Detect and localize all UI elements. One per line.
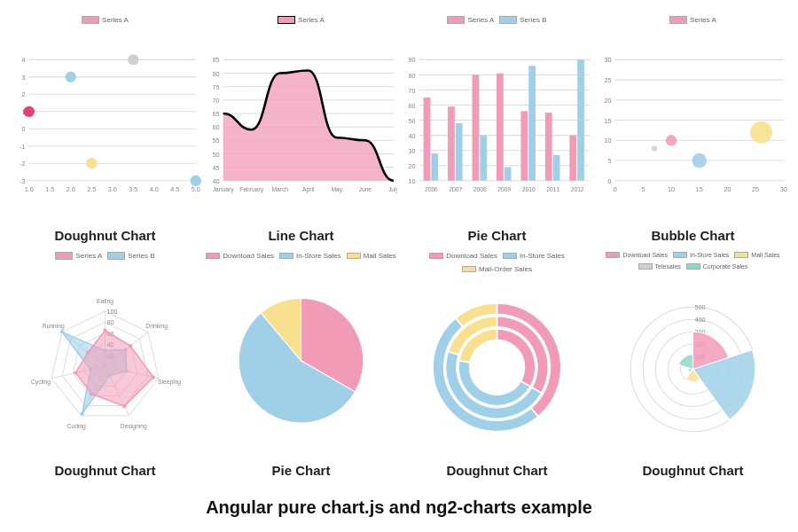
svg-text:60: 60 <box>409 102 416 110</box>
svg-text:1.5: 1.5 <box>45 185 54 193</box>
svg-rect-86 <box>505 167 512 180</box>
svg-text:50: 50 <box>409 117 416 125</box>
svg-point-27 <box>86 158 97 168</box>
doughnut-title: Doughnut Chart <box>446 463 547 478</box>
svg-text:4: 4 <box>22 56 26 64</box>
svg-text:January: January <box>213 186 234 193</box>
bar-title: Pie Chart <box>468 228 527 243</box>
svg-text:2: 2 <box>22 90 26 98</box>
radar-title: Doughnut Chart <box>54 463 155 478</box>
svg-text:June: June <box>359 186 372 192</box>
svg-text:Designing: Designing <box>121 423 147 430</box>
svg-text:10: 10 <box>668 185 675 193</box>
svg-text:50: 50 <box>213 151 220 159</box>
svg-text:Coding: Coding <box>67 423 87 430</box>
svg-text:70: 70 <box>213 97 220 105</box>
polar-title: Doughnut Chart <box>642 463 743 478</box>
svg-text:40: 40 <box>409 132 416 140</box>
radar-legend: Series ASeries B <box>55 252 154 260</box>
svg-rect-92 <box>553 155 560 181</box>
svg-text:40: 40 <box>213 177 220 185</box>
polar-chart: 100200300400500 <box>597 271 789 460</box>
line-cell: Series A 40455055606570758085JanuaryFebr… <box>205 16 397 243</box>
svg-text:55: 55 <box>213 137 220 145</box>
svg-point-120 <box>750 121 772 144</box>
legend-label: Corporate Sales <box>703 263 748 270</box>
pie-chart <box>205 262 397 460</box>
svg-text:25: 25 <box>752 185 759 193</box>
svg-point-154 <box>103 328 106 332</box>
svg-text:30: 30 <box>409 147 416 155</box>
svg-text:-2: -2 <box>20 160 25 168</box>
line-chart: 40455055606570758085JanuaryFebruaryMarch… <box>205 26 397 224</box>
svg-text:100: 100 <box>107 308 118 316</box>
svg-point-117 <box>652 145 657 151</box>
svg-text:20: 20 <box>724 185 731 193</box>
svg-text:March: March <box>271 186 288 192</box>
bar-cell: Series ASeries B 10203040506070809020062… <box>401 16 593 243</box>
legend-label: Series A <box>690 16 716 24</box>
svg-text:3.0: 3.0 <box>108 185 117 193</box>
svg-text:4.5: 4.5 <box>170 185 179 193</box>
svg-text:10: 10 <box>409 177 416 185</box>
pie-cell: Download SalesIn-Store SalesMail Sales P… <box>205 252 397 479</box>
pie-legend: Download SalesIn-Store SalesMail Sales <box>206 252 395 260</box>
svg-text:2007: 2007 <box>449 186 462 192</box>
line-legend: Series A <box>278 16 325 24</box>
svg-text:85: 85 <box>213 56 220 64</box>
legend-label: In-Store Sales <box>520 252 565 260</box>
svg-text:90: 90 <box>409 56 416 64</box>
scatter-title: Doughnut Chart <box>54 228 155 243</box>
svg-point-155 <box>129 344 132 348</box>
svg-text:80: 80 <box>213 70 220 78</box>
svg-rect-94 <box>569 136 576 181</box>
svg-rect-83 <box>480 136 487 181</box>
bubble-cell: Series A 051015202530051015202530 Bubble… <box>597 16 789 243</box>
svg-point-119 <box>692 153 707 168</box>
svg-text:0: 0 <box>22 125 26 133</box>
doughnut-legend: Download SalesIn-Store SalesMail-Order S… <box>401 252 593 273</box>
svg-text:-3: -3 <box>20 177 25 185</box>
svg-rect-80 <box>456 123 463 181</box>
svg-text:15: 15 <box>605 117 612 125</box>
svg-point-28 <box>128 54 138 65</box>
svg-text:3: 3 <box>22 74 26 82</box>
svg-text:2010: 2010 <box>522 186 536 192</box>
svg-rect-88 <box>520 111 528 180</box>
svg-text:1.0: 1.0 <box>25 185 34 193</box>
svg-text:5.0: 5.0 <box>192 185 200 193</box>
svg-text:5: 5 <box>608 157 612 165</box>
svg-text:30: 30 <box>605 56 612 64</box>
svg-rect-85 <box>497 74 504 181</box>
svg-text:65: 65 <box>213 110 220 118</box>
svg-text:75: 75 <box>213 83 220 91</box>
svg-text:Sleeping: Sleeping <box>158 378 181 385</box>
svg-text:10: 10 <box>605 137 612 145</box>
page-caption: Angular pure chart.js and ng2-charts exa… <box>9 487 789 523</box>
legend-label: Telesales <box>655 263 681 270</box>
svg-point-25 <box>24 106 35 117</box>
svg-rect-77 <box>431 153 438 181</box>
svg-text:2008: 2008 <box>473 186 487 192</box>
svg-text:15: 15 <box>696 185 703 193</box>
legend-label: Series A <box>102 16 129 24</box>
svg-text:60: 60 <box>213 123 220 131</box>
svg-rect-82 <box>473 74 480 180</box>
chart-grid: Series A -3-2-1012341.01.52.02.53.03.54.… <box>0 0 798 532</box>
legend-label: Mail Sales <box>751 252 779 258</box>
svg-text:30: 30 <box>780 185 787 193</box>
legend-label: Download Sales <box>446 252 497 260</box>
svg-text:4.0: 4.0 <box>150 185 159 193</box>
svg-text:2.0: 2.0 <box>66 185 75 193</box>
svg-point-150 <box>81 411 84 415</box>
svg-text:-1: -1 <box>20 143 25 151</box>
svg-rect-95 <box>577 59 584 180</box>
svg-point-160 <box>86 350 90 354</box>
svg-text:70: 70 <box>409 87 416 95</box>
svg-text:20: 20 <box>409 162 416 170</box>
svg-point-152 <box>60 330 64 333</box>
svg-rect-91 <box>545 113 552 181</box>
bubble-chart: 051015202530051015202530 <box>597 26 789 224</box>
radar-chart: 20406080100EatingDrinkingSleepingDesigni… <box>9 262 201 460</box>
svg-point-26 <box>66 72 76 82</box>
